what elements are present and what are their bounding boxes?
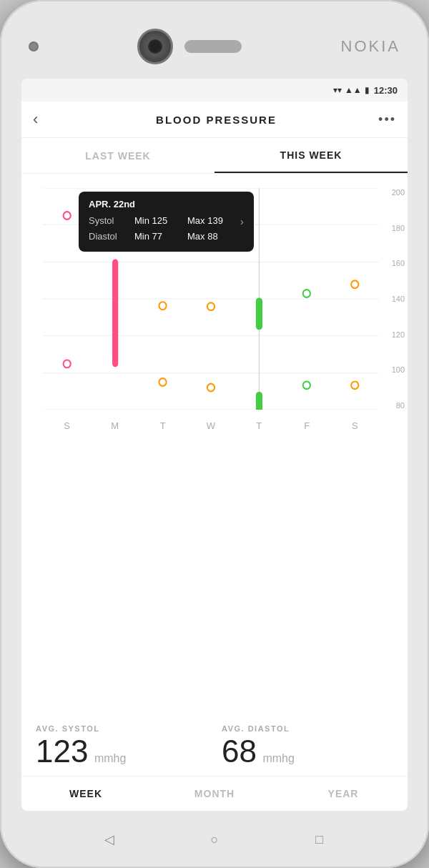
- signal-icon: ▲▲: [345, 85, 362, 95]
- y-label-100: 100: [392, 365, 405, 374]
- tab-this-week[interactable]: THIS WEEK: [214, 138, 408, 173]
- diastol-unit: mmhg: [262, 752, 294, 764]
- systol-value-row: 123 mmhg: [36, 736, 207, 767]
- systol-stat: AVG. SYSTOL 123 mmhg: [36, 724, 207, 767]
- battery-icon: ▮: [365, 85, 370, 95]
- y-label-140: 140: [392, 295, 405, 303]
- tooltip-date: APR. 22nd: [89, 199, 244, 209]
- systol-unit: mmhg: [94, 752, 126, 764]
- nav-bar: ‹ BLOOD PRESSURE •••: [21, 102, 408, 138]
- screen: ▾▾ ▲▲ ▮ 12:30 ‹ BLOOD PRESSURE ••• LAST …: [21, 79, 408, 811]
- recents-nav-button[interactable]: □: [310, 829, 330, 849]
- recents-square-icon: □: [315, 832, 323, 847]
- tooltip-diastol-min: Min 77: [134, 230, 177, 245]
- phone-bottom-nav: ◁ ○ □: [0, 811, 429, 868]
- chevron-right-icon: ›: [240, 214, 244, 230]
- tooltip-systol-label: Systol: [89, 214, 124, 230]
- back-triangle-icon: ◁: [104, 832, 114, 847]
- y-label-160: 160: [392, 259, 405, 267]
- x-label-t1: T: [152, 420, 174, 431]
- speaker: [184, 40, 242, 53]
- home-nav-button[interactable]: ○: [204, 829, 225, 849]
- status-bar: ▾▾ ▲▲ ▮ 12:30: [21, 79, 408, 102]
- svg-point-11: [159, 378, 166, 386]
- back-button[interactable]: ‹: [33, 110, 54, 129]
- systol-label: AVG. SYSTOL: [36, 724, 207, 733]
- svg-point-12: [207, 302, 214, 310]
- x-label-t2: T: [248, 420, 270, 431]
- period-tabs: WEEK MONTH YEAR: [21, 776, 408, 811]
- x-label-s2: S: [344, 420, 365, 431]
- svg-point-19: [351, 280, 358, 288]
- y-axis-labels: 200 180 160 140 120 100 80: [392, 188, 405, 410]
- y-label-180: 180: [392, 224, 405, 232]
- svg-point-8: [64, 360, 71, 368]
- y-label-120: 120: [392, 330, 405, 339]
- diastol-label: AVG. DIASTOL: [222, 724, 393, 733]
- tooltip-systol-min: Min 125: [134, 214, 177, 230]
- svg-point-13: [207, 384, 214, 392]
- svg-point-10: [159, 302, 166, 310]
- tooltip-systol-max: Max 139: [187, 214, 230, 230]
- diastol-value: 68: [222, 734, 257, 769]
- front-camera: [29, 41, 39, 51]
- brand-label: NOKIA: [341, 37, 400, 56]
- more-button[interactable]: •••: [378, 112, 396, 127]
- home-circle-icon: ○: [211, 832, 219, 847]
- x-label-m: M: [104, 420, 126, 431]
- page-title: BLOOD PRESSURE: [156, 114, 277, 126]
- phone-frame: NOKIA ▾▾ ▲▲ ▮ 12:30 ‹ BLOOD PRESSURE •••…: [0, 0, 429, 868]
- status-time: 12:30: [374, 85, 398, 96]
- status-icons: ▾▾ ▲▲ ▮: [333, 85, 370, 95]
- tabs-row: LAST WEEK THIS WEEK: [21, 138, 408, 174]
- tooltip-diastol-row: Diastol Min 77 Max 88: [89, 230, 244, 245]
- rear-camera: [137, 29, 173, 64]
- svg-point-7: [64, 212, 71, 220]
- diastol-value-row: 68 mmhg: [222, 736, 393, 767]
- x-axis-labels: S M T W T F S: [43, 410, 379, 431]
- chart-area: 200 180 160 140 120 100 80: [21, 174, 408, 713]
- period-tab-month[interactable]: MONTH: [150, 785, 279, 802]
- tooltip-systol-row: Systol Min 125 Max 139 ›: [89, 214, 244, 230]
- svg-point-17: [303, 290, 310, 297]
- stats-area: AVG. SYSTOL 123 mmhg AVG. DIASTOL 68 mmh…: [21, 713, 408, 776]
- x-label-w: W: [200, 420, 222, 431]
- diastol-stat: AVG. DIASTOL 68 mmhg: [222, 724, 393, 767]
- tooltip-diastol-label: Diastol: [89, 230, 124, 245]
- period-tab-year[interactable]: YEAR: [279, 785, 408, 802]
- wifi-icon: ▾▾: [333, 85, 342, 95]
- x-label-f: F: [296, 420, 317, 431]
- systol-value: 123: [36, 734, 88, 769]
- x-label-s1: S: [56, 420, 78, 431]
- tooltip-box: APR. 22nd Systol Min 125 Max 139 › Diast…: [79, 192, 254, 252]
- phone-top-bar: NOKIA: [0, 0, 429, 79]
- y-label-200: 200: [392, 188, 405, 197]
- y-label-80: 80: [392, 401, 405, 410]
- chart-container: 200 180 160 140 120 100 80: [21, 188, 408, 431]
- svg-point-20: [351, 381, 358, 389]
- tab-last-week[interactable]: LAST WEEK: [21, 138, 214, 173]
- back-nav-button[interactable]: ◁: [99, 829, 119, 849]
- tooltip-diastol-max: Max 88: [187, 230, 230, 245]
- period-tab-week[interactable]: WEEK: [21, 785, 150, 802]
- svg-point-18: [303, 381, 310, 389]
